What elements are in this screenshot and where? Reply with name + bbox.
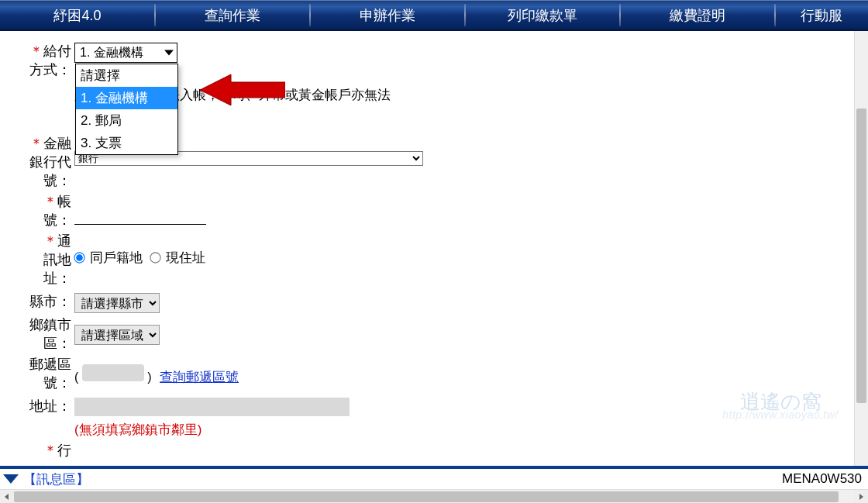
payment-method-dropdown: 請選擇 1. 金融機構 2. 郵局 3. 支票 — [75, 64, 178, 155]
message-bar: 【訊息區】 MENA0W530 — [0, 469, 868, 489]
nav-item-query[interactable]: 查詢作業 — [155, 1, 310, 29]
horizontal-scrollbar[interactable] — [0, 489, 868, 503]
nav-item-mobile[interactable]: 行動服 — [775, 1, 868, 29]
horizontal-scrollbar-track[interactable] — [14, 491, 854, 502]
label-address: 地址： — [8, 397, 74, 415]
label-county: 縣市： — [8, 292, 74, 311]
label-mailing-address: ＊通 訊地 址： — [8, 232, 74, 288]
payment-method-hint: 人」帳戶以免無法入帳，公司、外幣或黃金帳戶亦無法 — [74, 84, 854, 104]
message-area-label: 【訊息區】 — [23, 470, 89, 488]
payment-method-option[interactable]: 2. 郵局 — [76, 109, 177, 132]
payment-method-option[interactable]: 1. 金融機構 — [76, 87, 177, 109]
label-account: ＊帳 號： — [8, 192, 74, 229]
radio-same-household[interactable]: 同戶籍地 — [74, 250, 146, 265]
top-nav: 紓困4.0 查詢作業 申辦作業 列印繳款單 繳費證明 行動服 — [0, 0, 868, 31]
account-input[interactable] — [74, 208, 206, 225]
payment-method-option[interactable]: 3. 支票 — [76, 132, 177, 154]
address-note: (無須填寫鄉鎮市鄰里) — [74, 421, 854, 439]
form-scroll[interactable]: ＊給付 方式： 1. 金融機構 請選擇 1. 金融機構 2. 郵局 3. 支票 … — [0, 31, 854, 466]
svg-marker-2 — [859, 494, 863, 500]
nav-item-apply[interactable]: 申辦作業 — [310, 1, 465, 29]
payment-method-select[interactable]: 1. 金融機構 請選擇 1. 金融機構 2. 郵局 3. 支票 — [74, 43, 177, 63]
radio-same-household-input[interactable] — [74, 252, 84, 263]
vertical-scrollbar[interactable] — [854, 31, 868, 466]
zip-lookup-link[interactable]: 查詢郵遞區號 — [160, 370, 239, 384]
zip-input[interactable] — [82, 364, 144, 381]
vertical-scrollbar-thumb[interactable] — [856, 109, 866, 403]
town-select[interactable]: 請選擇區域 — [74, 325, 160, 345]
label-bank-code: ＊金融 銀行代 號： — [8, 134, 74, 190]
payment-method-option[interactable]: 請選擇 — [76, 64, 177, 87]
triangle-down-icon[interactable] — [3, 474, 19, 484]
svg-marker-1 — [5, 494, 9, 500]
chevron-down-icon — [164, 50, 174, 56]
label-town: 鄉鎮市 區： — [8, 315, 74, 353]
radio-current-address-input[interactable] — [150, 252, 161, 263]
nav-item-proof[interactable]: 繳費證明 — [620, 1, 775, 29]
radio-current-address[interactable]: 現住址 — [150, 250, 205, 265]
address-input[interactable] — [74, 398, 350, 416]
label-phone-partial: ＊行 — [8, 441, 74, 460]
label-payment-method: ＊給付 方式： — [8, 42, 74, 79]
nav-item-relief[interactable]: 紓困4.0 — [0, 1, 155, 29]
nav-item-print[interactable]: 列印繳款單 — [465, 1, 620, 29]
county-select[interactable]: 請選擇縣市 — [74, 293, 160, 313]
horizontal-scrollbar-thumb[interactable] — [14, 491, 839, 502]
content-area: ＊給付 方式： 1. 金融機構 請選擇 1. 金融機構 2. 郵局 3. 支票 … — [0, 31, 868, 469]
label-zip: 郵遞區 號： — [8, 355, 74, 392]
scroll-right-button[interactable] — [854, 490, 868, 504]
scroll-left-button[interactable] — [0, 490, 14, 504]
page-code: MENA0W530 — [782, 471, 862, 487]
payment-method-selected: 1. 金融機構 — [80, 45, 143, 61]
